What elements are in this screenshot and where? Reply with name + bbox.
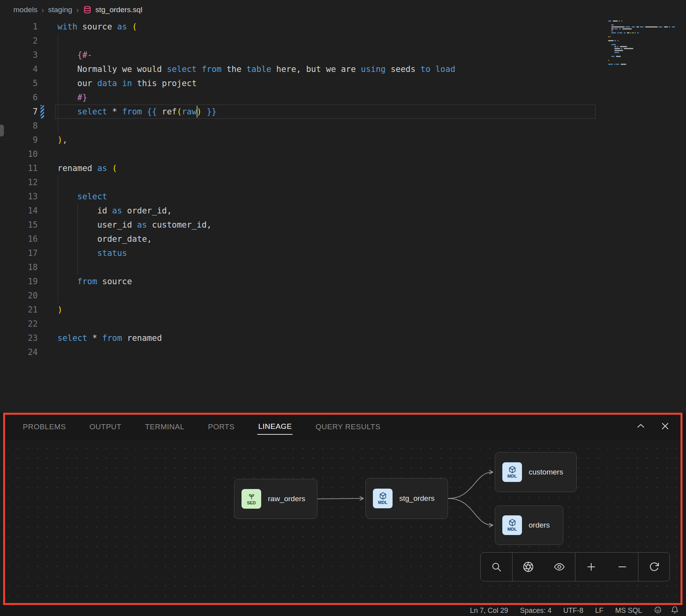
status-ms-sql[interactable]: MS SQL	[615, 607, 642, 615]
node-label: raw_orders	[268, 495, 305, 503]
search-button[interactable]	[481, 553, 512, 581]
code-line[interactable]	[57, 289, 455, 303]
panel-maximize-button[interactable]	[636, 421, 646, 432]
line-number: 13	[0, 189, 38, 204]
line-number: 17	[0, 246, 38, 260]
panel-actions	[636, 413, 670, 440]
zoom-out-icon	[617, 561, 628, 572]
lineage-canvas[interactable]: SEDraw_ordersMDLstg_ordersMDLcustomersMD…	[0, 440, 686, 605]
code-line[interactable]	[57, 34, 455, 48]
line-number: 15	[0, 218, 38, 232]
aperture-button[interactable]	[512, 553, 544, 581]
code-line[interactable]: order_date,	[57, 232, 455, 246]
panel-tab-ports[interactable]: PORTS	[207, 419, 236, 434]
refresh-icon	[649, 561, 660, 572]
code-line[interactable]: {#-	[57, 48, 455, 62]
status-bar: Ln 7, Col 29Spaces: 4UTF-8LFMS SQL	[0, 605, 686, 616]
vscode-window: models › staging › stg_orders.sql 123456…	[0, 0, 686, 616]
line-number: 4	[0, 62, 38, 76]
search-icon	[491, 561, 502, 572]
lineage-node-customers[interactable]: MDLcustomers	[495, 452, 577, 492]
bell-button[interactable]	[671, 606, 679, 615]
code-line[interactable]: ),	[57, 133, 455, 147]
model-icon	[379, 492, 387, 500]
node-label: customers	[529, 468, 563, 476]
code-line[interactable]	[57, 147, 455, 161]
code-line[interactable]: user_id as customer_id,	[57, 218, 455, 232]
model-badge: MDL	[502, 462, 522, 482]
line-number: 19	[0, 274, 38, 289]
chevron-right-icon: ›	[76, 5, 79, 15]
code-line[interactable]	[57, 345, 455, 359]
code-line[interactable]: status	[57, 246, 455, 260]
code-line[interactable]: id as order_id,	[57, 204, 455, 218]
code-line[interactable]: select	[57, 189, 455, 204]
breadcrumb[interactable]: models › staging › stg_orders.sql	[0, 0, 686, 20]
node-label: stg_orders	[399, 494, 435, 503]
code-line[interactable]	[57, 260, 455, 274]
code-line[interactable]	[57, 175, 455, 189]
status-spaces-4[interactable]: Spaces: 4	[520, 607, 551, 615]
close-icon	[660, 421, 670, 431]
code-line[interactable]: with source as (	[57, 20, 455, 34]
line-number: 22	[0, 317, 38, 331]
breadcrumb-file[interactable]: stg_orders.sql	[96, 6, 142, 14]
aperture-icon	[523, 561, 534, 572]
code-line[interactable]: our data in this project	[57, 76, 455, 90]
zoom-in-button[interactable]	[575, 553, 607, 581]
lineage-toolbar	[480, 552, 670, 581]
panel-close-button[interactable]	[660, 421, 670, 432]
line-number: 2	[0, 34, 38, 48]
node-label: orders	[529, 521, 550, 530]
status-ln-7-col-29[interactable]: Ln 7, Col 29	[470, 607, 508, 615]
eye-button[interactable]	[544, 553, 575, 581]
panel-tab-output[interactable]: OUTPUT	[89, 419, 122, 434]
panel-tab-query-results[interactable]: QUERY RESULTS	[315, 419, 381, 434]
code-line[interactable]	[57, 317, 455, 331]
panel-tab-lineage[interactable]: LINEAGE	[257, 418, 293, 435]
line-numbers: 123456789101112131415161718192021222324	[0, 20, 46, 359]
left-edge-handle[interactable]	[0, 125, 4, 136]
line-number: 8	[0, 119, 38, 133]
code-line[interactable]: )	[57, 303, 455, 317]
code-content[interactable]: with source as ( {#- Normally we would s…	[57, 20, 455, 359]
feedback-icon	[654, 606, 662, 614]
zoom-out-button[interactable]	[607, 553, 638, 581]
bell-icon	[671, 606, 679, 614]
line-number: 1	[0, 20, 38, 34]
text-cursor	[197, 106, 197, 118]
lineage-node-raw_orders[interactable]: SEDraw_orders	[234, 479, 317, 519]
chevron-up-icon	[636, 421, 646, 431]
line-number: 7	[0, 105, 38, 119]
bottom-panel: PROBLEMSOUTPUTTERMINALPORTSLINEAGEQUERY …	[0, 413, 686, 605]
panel-tab-bar: PROBLEMSOUTPUTTERMINALPORTSLINEAGEQUERY …	[0, 413, 686, 440]
line-number: 16	[0, 232, 38, 246]
panel-tab-terminal[interactable]: TERMINAL	[144, 419, 185, 434]
lineage-node-stg_orders[interactable]: MDLstg_orders	[365, 478, 448, 519]
line-number: 23	[0, 331, 38, 345]
code-line[interactable]: #}	[57, 90, 455, 105]
model-icon	[509, 466, 516, 473]
line-number: 18	[0, 260, 38, 274]
panel-tab-problems[interactable]: PROBLEMS	[22, 419, 67, 434]
refresh-button[interactable]	[638, 553, 669, 581]
breadcrumb-item-models[interactable]: models	[13, 6, 37, 14]
lineage-node-orders[interactable]: MDLorders	[495, 506, 563, 545]
code-line[interactable]	[57, 119, 455, 133]
feedback-button[interactable]	[654, 606, 662, 615]
code-line[interactable]: from source	[57, 274, 455, 289]
code-line[interactable]: select * from {{ ref(raw) }}	[57, 105, 455, 119]
line-number: 10	[0, 147, 38, 161]
status-lf[interactable]: LF	[595, 607, 603, 615]
status-utf-8[interactable]: UTF-8	[563, 607, 583, 615]
seed-icon	[248, 493, 255, 500]
eye-icon	[554, 561, 565, 572]
line-number: 21	[0, 303, 38, 317]
code-editor[interactable]: 123456789101112131415161718192021222324 …	[0, 20, 686, 413]
minimap[interactable]	[608, 20, 676, 75]
code-line[interactable]: Normally we would select from the table …	[57, 62, 455, 76]
code-line[interactable]: renamed as (	[57, 161, 455, 175]
line-number: 14	[0, 204, 38, 218]
code-line[interactable]: select * from renamed	[57, 331, 455, 345]
breadcrumb-item-staging[interactable]: staging	[48, 6, 72, 14]
